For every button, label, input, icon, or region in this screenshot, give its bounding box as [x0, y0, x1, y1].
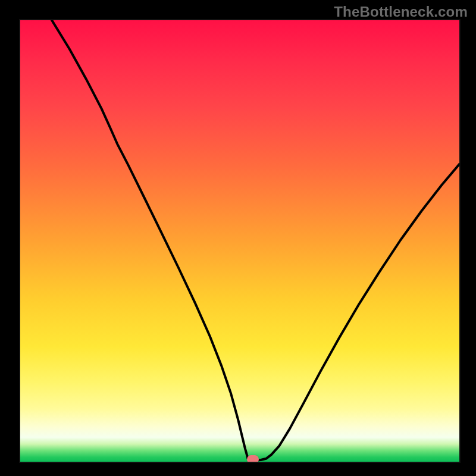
chart-root: TheBottleneck.com — [0, 0, 476, 476]
watermark-text: TheBottleneck.com — [334, 4, 468, 20]
plot-area — [19, 19, 461, 463]
bottleneck-curve — [20, 20, 459, 462]
optimal-point-marker — [247, 455, 259, 463]
